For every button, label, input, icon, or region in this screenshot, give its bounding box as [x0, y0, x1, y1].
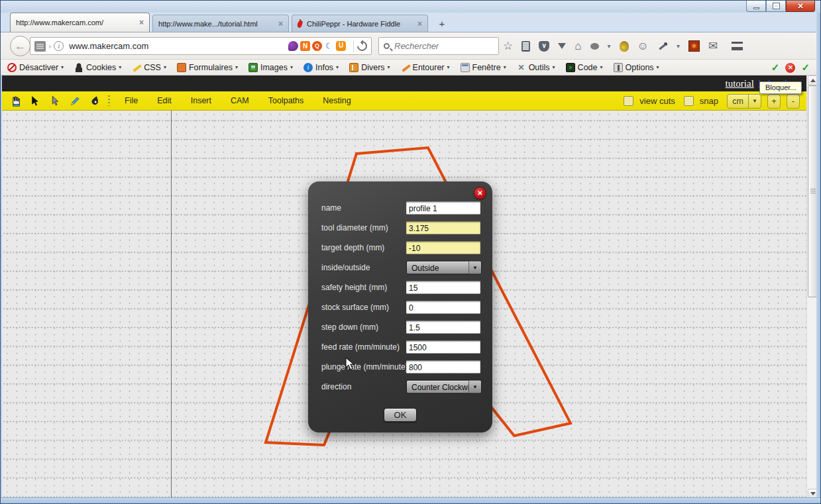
- tab-1[interactable]: http://www.makercam.com/×: [10, 13, 150, 32]
- devbar-item-infos[interactable]: Infos▾: [303, 63, 339, 72]
- minimize-button[interactable]: [746, 1, 766, 12]
- devbar-item-fenêtre[interactable]: Fenêtre▾: [461, 63, 506, 72]
- reading-list-icon[interactable]: [521, 41, 530, 52]
- close-window-button[interactable]: ✕: [786, 1, 815, 12]
- safety-height-mm--input[interactable]: [406, 281, 480, 294]
- target-depth-mm--input[interactable]: [406, 242, 480, 254]
- site-identity-icon[interactable]: [34, 41, 46, 52]
- pocket-icon[interactable]: [539, 41, 549, 52]
- tab-close-icon[interactable]: ×: [139, 18, 144, 27]
- ok-button[interactable]: OK: [384, 408, 417, 422]
- inside-outside-select[interactable]: Outside▼: [406, 261, 482, 275]
- zoom-in-button[interactable]: +: [767, 94, 781, 109]
- devbar-item-options[interactable]: Options▾: [614, 63, 659, 72]
- direct-select-tool-icon[interactable]: [48, 94, 62, 107]
- devbar-item-label: Fenêtre: [472, 63, 501, 72]
- hand-tool-icon[interactable]: [9, 94, 22, 107]
- reload-icon[interactable]: [355, 39, 369, 53]
- pencil-tool-icon[interactable]: [68, 94, 82, 107]
- chili-favicon-icon: [298, 19, 303, 28]
- devbar-item-divers[interactable]: Divers▾: [349, 63, 390, 72]
- field-label: direction: [321, 382, 351, 391]
- fly-extension-icon[interactable]: [590, 43, 599, 50]
- valid-check-icon[interactable]: ✓: [801, 62, 810, 74]
- snap-label: snap: [700, 96, 718, 106]
- addon-grenade-icon[interactable]: [620, 41, 629, 52]
- devbar-item-images[interactable]: Images▾: [248, 63, 293, 72]
- drawing-canvas[interactable]: ✕ nametool diameter (mm)target depth (mm…: [2, 111, 806, 499]
- maximize-button[interactable]: [766, 1, 786, 12]
- chevron-down-icon: ▾: [600, 64, 603, 70]
- menu-insert[interactable]: Insert: [191, 96, 211, 105]
- feed-rate-mm-minute--input[interactable]: [406, 341, 480, 354]
- devbar-item-entourer[interactable]: Entourer▾: [401, 63, 450, 72]
- zoom-out-button[interactable]: -: [787, 94, 800, 109]
- tool-diameter-mm--input[interactable]: [406, 222, 480, 234]
- units-select[interactable]: cm ▼: [727, 94, 761, 109]
- chevron-down-icon: ▾: [336, 64, 339, 70]
- header-link-tutorial[interactable]: tutorial: [726, 78, 754, 89]
- new-tab-button[interactable]: +: [433, 17, 451, 30]
- tab-2[interactable]: http://www.make.../tutorial.html×: [152, 15, 289, 32]
- name-input[interactable]: [406, 202, 480, 215]
- menu-icon[interactable]: [732, 42, 743, 50]
- dropdown-caret-icon[interactable]: ▾: [608, 42, 611, 50]
- menu-file[interactable]: File: [125, 96, 138, 105]
- url-text[interactable]: www.makercam.com: [69, 41, 288, 51]
- dropdown-caret-icon[interactable]: ▾: [677, 42, 680, 50]
- devbar-item-cookies[interactable]: Cookies▾: [74, 63, 121, 72]
- navigation-toolbar: ← › i www.makercam.com Rechercher ☆: [1, 32, 816, 60]
- dialog-row: plunge rate (mm/minute): [308, 357, 492, 377]
- back-button[interactable]: ←: [10, 36, 30, 56]
- devbar-item-formulaires[interactable]: Formulaires▾: [177, 63, 238, 72]
- extension-purple-icon[interactable]: [288, 41, 298, 51]
- menu-edit[interactable]: Edit: [157, 96, 172, 105]
- info-icon[interactable]: i: [54, 41, 64, 51]
- tab-label: http://www.makercam.com/: [16, 19, 134, 26]
- plunge-rate-mm-minute--input[interactable]: [406, 361, 480, 374]
- url-bar[interactable]: › i www.makercam.com: [30, 37, 372, 55]
- search-icon: [384, 43, 390, 49]
- addon-red-icon[interactable]: [688, 40, 700, 52]
- menu-toolpaths[interactable]: Toolpaths: [268, 96, 304, 105]
- direction-select[interactable]: Counter Clockwi▼: [406, 380, 482, 394]
- chevron-down-icon: ▾: [290, 64, 293, 70]
- home-icon[interactable]: ⌂: [575, 40, 581, 52]
- pen-tool-icon[interactable]: [88, 94, 101, 107]
- colorpicker-icon[interactable]: [657, 41, 668, 52]
- window-border-bottom: [1, 497, 820, 503]
- downloads-icon[interactable]: [558, 43, 566, 53]
- extension-blue-swirl-icon[interactable]: [324, 41, 334, 51]
- select-tool-icon[interactable]: [28, 94, 42, 107]
- devbar-item-css[interactable]: CSS▾: [132, 63, 166, 72]
- devbar-item-code[interactable]: Code▾: [566, 63, 603, 72]
- bookmark-star-icon[interactable]: ☆: [503, 40, 513, 52]
- view-cuts-checkbox[interactable]: [624, 96, 633, 106]
- step-down-mm--input[interactable]: [406, 321, 480, 334]
- extension-orange-smile-icon[interactable]: [336, 41, 346, 51]
- search-bar[interactable]: Rechercher: [378, 37, 499, 55]
- devbar-item-désactiver[interactable]: Désactiver▾: [7, 63, 64, 72]
- extension-orange-q-icon[interactable]: [312, 41, 322, 51]
- menu-nesting[interactable]: Nesting: [323, 96, 351, 105]
- search-placeholder[interactable]: Rechercher: [394, 41, 439, 51]
- extension-orange-n-icon[interactable]: [300, 41, 310, 51]
- page-viewport: tutorialhelpabout FileEditInsertCAMToolp…: [2, 76, 806, 499]
- tab-close-icon[interactable]: ×: [417, 19, 422, 28]
- snap-checkbox[interactable]: [684, 96, 694, 106]
- tab-3[interactable]: ChiliPeppr - Hardware Fiddle×: [292, 15, 428, 32]
- minimize-icon: [753, 7, 759, 9]
- devbar-item-outils[interactable]: Outils▾: [517, 63, 555, 72]
- smiley-extension-icon[interactable]: ☺: [637, 40, 649, 52]
- chevron-down-icon: ▼: [748, 95, 761, 108]
- menu-cam[interactable]: CAM: [231, 96, 249, 105]
- drawing-tools: [2, 94, 101, 107]
- valid-check-icon[interactable]: ✓: [771, 62, 780, 74]
- cam-toolbar: FileEditInsertCAMToolpathsNesting view c…: [2, 91, 806, 111]
- tab-close-icon[interactable]: ×: [278, 19, 283, 28]
- mail-icon[interactable]: ✉: [708, 40, 718, 52]
- view-controls: view cuts snap cm ▼ + -: [624, 91, 800, 111]
- tab-label: ChiliPeppr - Hardware Fiddle: [307, 20, 412, 28]
- error-cross-icon[interactable]: ✕: [785, 63, 795, 73]
- stock-surface-mm--input[interactable]: [406, 301, 480, 314]
